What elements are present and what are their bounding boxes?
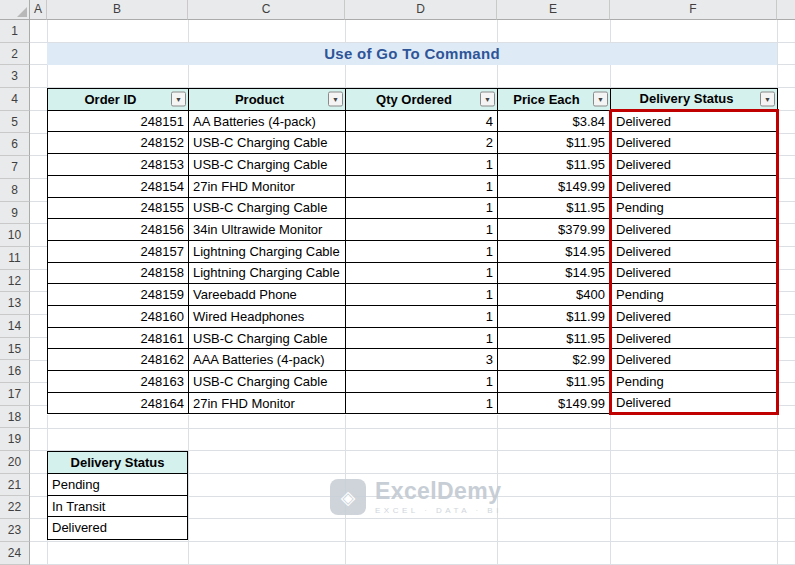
filter-dropdown-button[interactable]: ▼ bbox=[760, 91, 775, 106]
select-all-button[interactable] bbox=[0, 0, 30, 20]
status-cell-highlighted[interactable]: Delivered bbox=[611, 305, 778, 327]
product-cell[interactable]: Lightning Charging Cable bbox=[189, 262, 346, 284]
price-cell[interactable]: $3.84 bbox=[498, 110, 611, 132]
filter-dropdown-button[interactable]: ▼ bbox=[171, 92, 186, 107]
orders-header-cell[interactable]: Price Each ▼ bbox=[498, 89, 611, 111]
filter-dropdown-button[interactable]: ▼ bbox=[480, 92, 495, 107]
qty-cell[interactable]: 1 bbox=[346, 327, 498, 349]
orders-header-cell[interactable]: Product ▼ bbox=[189, 89, 346, 111]
product-cell[interactable]: Vareebadd Phone bbox=[189, 284, 346, 306]
product-cell[interactable]: Lightning Charging Cable bbox=[189, 240, 346, 262]
orders-header-cell[interactable]: Qty Ordered ▼ bbox=[346, 89, 498, 111]
qty-cell[interactable]: 1 bbox=[346, 392, 498, 414]
product-cell[interactable]: 27in FHD Monitor bbox=[189, 175, 346, 197]
qty-cell[interactable]: 1 bbox=[346, 219, 498, 241]
status-cell-highlighted[interactable]: Delivered bbox=[611, 327, 778, 349]
order-id-cell[interactable]: 248154 bbox=[48, 175, 189, 197]
product-cell[interactable]: Wired Headphones bbox=[189, 305, 346, 327]
status-legend-item[interactable]: In Transit bbox=[48, 496, 187, 518]
product-cell[interactable]: AAA Batteries (4-pack) bbox=[189, 349, 346, 371]
qty-cell[interactable]: 1 bbox=[346, 262, 498, 284]
status-legend-item[interactable]: Pending bbox=[48, 474, 187, 496]
row-header[interactable]: 24 bbox=[0, 542, 30, 565]
status-cell-highlighted[interactable]: Delivered bbox=[611, 262, 778, 284]
row-header[interactable]: 22 bbox=[0, 496, 30, 519]
title-cell[interactable]: Use of Go To Command bbox=[47, 43, 777, 66]
price-cell[interactable]: $11.99 bbox=[498, 305, 611, 327]
orders-header-cell[interactable]: Delivery Status ▼ bbox=[611, 89, 778, 111]
status-cell-highlighted[interactable]: Pending bbox=[611, 197, 778, 219]
row-header[interactable]: 6 bbox=[0, 133, 30, 156]
row-header[interactable]: 4 bbox=[0, 88, 30, 111]
qty-cell[interactable]: 1 bbox=[346, 197, 498, 219]
row-header[interactable]: 18 bbox=[0, 406, 30, 429]
column-header[interactable]: C bbox=[188, 0, 345, 20]
order-id-cell[interactable]: 248162 bbox=[48, 349, 189, 371]
price-cell[interactable]: $11.95 bbox=[498, 132, 611, 154]
order-id-cell[interactable]: 248157 bbox=[48, 240, 189, 262]
order-id-cell[interactable]: 248163 bbox=[48, 371, 189, 393]
price-cell[interactable]: $11.95 bbox=[498, 327, 611, 349]
status-cell-highlighted[interactable]: Delivered bbox=[611, 154, 778, 176]
order-id-cell[interactable]: 248160 bbox=[48, 305, 189, 327]
row-header[interactable]: 2 bbox=[0, 43, 30, 66]
product-cell[interactable]: AA Batteries (4-pack) bbox=[189, 110, 346, 132]
order-id-cell[interactable]: 248152 bbox=[48, 132, 189, 154]
status-cell-highlighted[interactable]: Delivered bbox=[611, 349, 778, 371]
product-cell[interactable]: USB-C Charging Cable bbox=[189, 197, 346, 219]
product-cell[interactable]: USB-C Charging Cable bbox=[189, 327, 346, 349]
row-header[interactable]: 8 bbox=[0, 179, 30, 202]
status-cell-highlighted[interactable]: Pending bbox=[611, 284, 778, 306]
status-legend-item[interactable]: Delivered bbox=[48, 517, 187, 539]
row-header[interactable]: 12 bbox=[0, 270, 30, 293]
price-cell[interactable]: $400 bbox=[498, 284, 611, 306]
row-header[interactable]: 9 bbox=[0, 202, 30, 225]
product-cell[interactable]: USB-C Charging Cable bbox=[189, 132, 346, 154]
row-header[interactable]: 19 bbox=[0, 428, 30, 451]
column-header[interactable]: A bbox=[30, 0, 47, 20]
status-cell-highlighted[interactable]: Delivered bbox=[611, 132, 778, 154]
qty-cell[interactable]: 1 bbox=[346, 154, 498, 176]
status-cell-highlighted[interactable]: Delivered bbox=[611, 219, 778, 241]
price-cell[interactable]: $14.95 bbox=[498, 262, 611, 284]
price-cell[interactable]: $379.99 bbox=[498, 219, 611, 241]
qty-cell[interactable]: 1 bbox=[346, 175, 498, 197]
product-cell[interactable]: 34in Ultrawide Monitor bbox=[189, 219, 346, 241]
qty-cell[interactable]: 3 bbox=[346, 349, 498, 371]
row-header[interactable]: 5 bbox=[0, 111, 30, 134]
row-header[interactable]: 23 bbox=[0, 519, 30, 542]
column-header[interactable]: D bbox=[345, 0, 497, 20]
product-cell[interactable]: 27in FHD Monitor bbox=[189, 392, 346, 414]
qty-cell[interactable]: 4 bbox=[346, 110, 498, 132]
orders-header-cell[interactable]: Order ID ▼ bbox=[48, 89, 189, 111]
order-id-cell[interactable]: 248151 bbox=[48, 110, 189, 132]
qty-cell[interactable]: 1 bbox=[346, 371, 498, 393]
row-header[interactable]: 10 bbox=[0, 224, 30, 247]
filter-dropdown-button[interactable]: ▼ bbox=[328, 92, 343, 107]
column-header[interactable]: B bbox=[47, 0, 188, 20]
row-header[interactable]: 1 bbox=[0, 20, 30, 43]
order-id-cell[interactable]: 248155 bbox=[48, 197, 189, 219]
qty-cell[interactable]: 1 bbox=[346, 284, 498, 306]
row-header[interactable]: 20 bbox=[0, 451, 30, 474]
row-header[interactable]: 11 bbox=[0, 247, 30, 270]
row-header[interactable]: 16 bbox=[0, 360, 30, 383]
order-id-cell[interactable]: 248153 bbox=[48, 154, 189, 176]
status-cell-highlighted[interactable]: Delivered bbox=[611, 392, 778, 414]
order-id-cell[interactable]: 248161 bbox=[48, 327, 189, 349]
row-header[interactable]: 7 bbox=[0, 156, 30, 179]
price-cell[interactable]: $14.95 bbox=[498, 240, 611, 262]
price-cell[interactable]: $11.95 bbox=[498, 154, 611, 176]
product-cell[interactable]: USB-C Charging Cable bbox=[189, 371, 346, 393]
column-header[interactable]: F bbox=[610, 0, 777, 20]
price-cell[interactable]: $11.95 bbox=[498, 197, 611, 219]
cells-grid[interactable]: ◈ ExcelDemy EXCEL · DATA · BI Use of Go … bbox=[30, 20, 795, 565]
qty-cell[interactable]: 2 bbox=[346, 132, 498, 154]
price-cell[interactable]: $11.95 bbox=[498, 371, 611, 393]
row-header[interactable]: 15 bbox=[0, 338, 30, 361]
column-header[interactable]: E bbox=[497, 0, 610, 20]
row-header[interactable]: 17 bbox=[0, 383, 30, 406]
status-legend-header[interactable]: Delivery Status bbox=[48, 452, 187, 474]
row-header[interactable]: 3 bbox=[0, 65, 30, 88]
row-header[interactable]: 13 bbox=[0, 292, 30, 315]
